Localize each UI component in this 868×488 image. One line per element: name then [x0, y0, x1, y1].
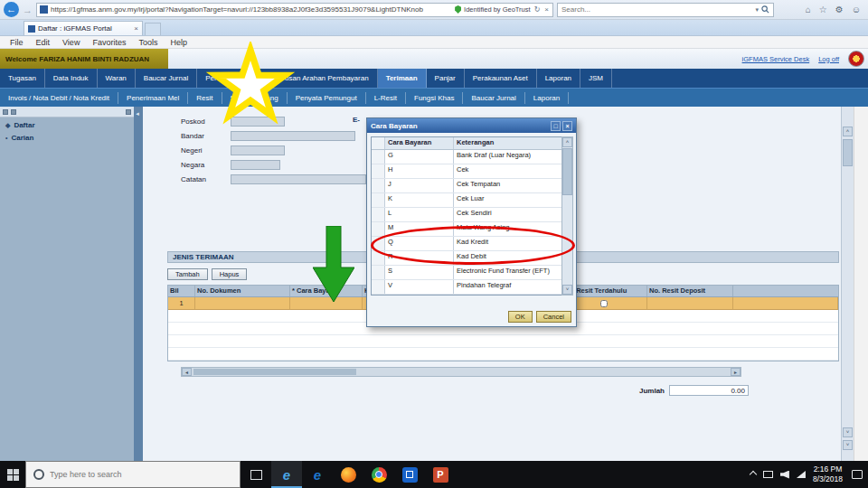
start-button[interactable]	[0, 461, 25, 488]
tab-perakaunan-aset[interactable]: Perakaunan Aset	[465, 69, 537, 88]
tab-laporan[interactable]: Laporan	[537, 69, 580, 88]
ok-button[interactable]: OK	[508, 311, 533, 323]
taskbar-edge[interactable]: e	[302, 461, 333, 488]
action-center-icon[interactable]	[852, 470, 863, 479]
grid-row[interactable]: LCek Sendiri	[372, 208, 561, 222]
browser-tab[interactable]: Daftar : iGFMAS Portal ×	[24, 21, 143, 35]
stop-icon[interactable]: ×	[543, 5, 550, 14]
hapus-button[interactable]: Hapus	[212, 268, 248, 280]
sidebar-item-carian[interactable]: • Carian	[0, 130, 134, 143]
vertical-scroll-thumb[interactable]	[843, 139, 853, 166]
subtab-penyata-pemungut[interactable]: Penyata Pemungut	[288, 92, 366, 104]
new-tab-button[interactable]	[145, 23, 161, 35]
dialog-scrollbar[interactable]: ˄ ˅	[561, 136, 573, 296]
taskbar-ie[interactable]: e	[271, 461, 302, 488]
sidebar-tool-icon[interactable]	[126, 109, 131, 115]
favorites-icon[interactable]: ☆	[819, 5, 827, 14]
subtab-fungsi-khas[interactable]: Fungsi Khas	[406, 92, 463, 104]
tab-panjar[interactable]: Panjar	[427, 69, 465, 88]
taskbar-blue-app[interactable]	[394, 461, 425, 488]
dialog-close-icon[interactable]: ×	[562, 121, 572, 131]
taskbar-search-input[interactable]	[50, 470, 232, 479]
tab-tugasan[interactable]: Tugasan	[0, 69, 45, 88]
tab-jsm[interactable]: JSM	[580, 69, 612, 88]
task-view-button[interactable]	[241, 461, 271, 488]
grid-row[interactable]: SElectronic Fund Transfer (EFT)	[372, 266, 561, 280]
collapse-sidebar-icon[interactable]: ◄	[135, 111, 140, 117]
tambah-button[interactable]: Tambah	[167, 268, 208, 280]
negeri-field[interactable]	[231, 145, 285, 155]
tab-terimaan[interactable]: Terimaan	[378, 69, 427, 88]
home-icon[interactable]: ⌂	[806, 5, 811, 14]
browser-search-input[interactable]	[561, 5, 752, 14]
service-desk-link[interactable]: iGFMAS Service Desk	[742, 55, 810, 63]
catatan-field[interactable]	[231, 174, 366, 184]
forward-button[interactable]: →	[23, 5, 33, 15]
vertical-scrollbar[interactable]: ˄ ˅ ˅	[841, 107, 854, 461]
browser-search[interactable]: ▾	[557, 3, 774, 17]
network-icon[interactable]	[797, 471, 806, 478]
subtab-penerimaan-mel[interactable]: Penerimaan Mel	[118, 92, 188, 104]
grid-row[interactable]: GBank Draf (Luar Negara)	[372, 150, 561, 164]
taskbar-search[interactable]	[25, 461, 241, 488]
table-row-empty[interactable]	[168, 348, 838, 361]
horizontal-scroll-thumb[interactable]	[193, 369, 356, 375]
grid-row[interactable]: JCek Tempatan	[372, 179, 561, 193]
tab-baucar-jurnal[interactable]: Baucar Jurnal	[136, 69, 197, 88]
subtab-invois[interactable]: Invois / Nota Debit / Nota Kredit	[0, 92, 118, 104]
scroll-down-icon[interactable]: ˅	[562, 285, 572, 295]
volume-icon[interactable]	[780, 471, 789, 479]
scroll-down-icon[interactable]: ˅	[843, 427, 853, 437]
grid-row[interactable]: VPindahan Telegraf	[372, 280, 561, 295]
back-button[interactable]: ←	[4, 2, 19, 17]
horizontal-scrollbar[interactable]: ◄ ►	[181, 367, 741, 377]
taskbar-firefox[interactable]	[333, 461, 363, 488]
scroll-left-icon[interactable]: ◄	[182, 368, 192, 376]
url-text[interactable]: https://1gfmas.anm.gov.my/irj/portal?Nav…	[51, 5, 452, 14]
menu-file[interactable]: File	[4, 38, 30, 47]
dialog-minimize-icon[interactable]: □	[551, 121, 561, 131]
scroll-right-icon[interactable]: ►	[731, 368, 741, 376]
tray-expand-icon[interactable]	[750, 471, 757, 478]
cell-resit-deposit[interactable]	[647, 297, 733, 309]
bandar-field[interactable]	[231, 131, 355, 141]
grid-row[interactable]: KCek Luar	[372, 193, 561, 208]
menu-help[interactable]: Help	[164, 38, 193, 47]
negara-field[interactable]	[231, 160, 280, 170]
settings-gear-icon[interactable]: ⚙	[835, 5, 844, 14]
search-icon[interactable]	[761, 5, 769, 14]
refresh-icon[interactable]: ↻	[533, 5, 542, 14]
address-bar[interactable]: https://1gfmas.anm.gov.my/irj/portal?Nav…	[36, 3, 553, 17]
grid-row[interactable]: HCek	[372, 164, 561, 179]
sidebar-tool-icon[interactable]	[11, 109, 16, 115]
scroll-up-icon[interactable]: ˄	[843, 127, 853, 136]
menu-view[interactable]: View	[56, 38, 86, 47]
menu-tools[interactable]: Tools	[132, 38, 164, 47]
scroll-down-icon[interactable]: ˅	[843, 440, 853, 450]
feedback-icon[interactable]: ☺	[852, 5, 861, 14]
taskbar-powerpoint[interactable]: P	[425, 461, 456, 488]
dialog-title-bar[interactable]: Cara Bayaran □ ×	[367, 118, 576, 133]
cancel-button[interactable]: Cancel	[536, 311, 571, 323]
subtab-baucar-jurnal[interactable]: Baucar Jurnal	[463, 92, 524, 104]
logoff-link[interactable]: Log off	[818, 55, 839, 63]
taskbar-chrome[interactable]	[363, 461, 394, 488]
resit-terdahulu-checkbox[interactable]	[600, 300, 608, 307]
dialog-scroll-thumb[interactable]	[562, 148, 572, 195]
sidebar-tool-icon[interactable]	[3, 109, 8, 115]
sidebar-item-daftar[interactable]: ◆ Daftar	[0, 117, 134, 130]
subtab-l-resit[interactable]: L-Resit	[366, 92, 406, 104]
table-row-empty[interactable]	[168, 335, 838, 348]
menu-favorites[interactable]: Favorites	[86, 38, 132, 47]
display-icon[interactable]	[763, 471, 773, 478]
scroll-up-icon[interactable]: ˄	[562, 137, 572, 147]
subtab-laporan[interactable]: Laporan	[525, 92, 569, 104]
tab-waran[interactable]: Waran	[98, 69, 136, 88]
taskbar-clock[interactable]: 2:16 PM 8/3/2018	[813, 465, 843, 484]
tab-data-induk[interactable]: Data Induk	[45, 69, 98, 88]
search-dropdown-icon[interactable]: ▾	[755, 6, 759, 14]
sidebar-splitter[interactable]: ◄	[134, 107, 143, 461]
cert-label[interactable]: Identified by GeoTrust	[464, 5, 531, 14]
tab-close-icon[interactable]: ×	[134, 24, 138, 33]
menu-edit[interactable]: Edit	[30, 38, 57, 47]
